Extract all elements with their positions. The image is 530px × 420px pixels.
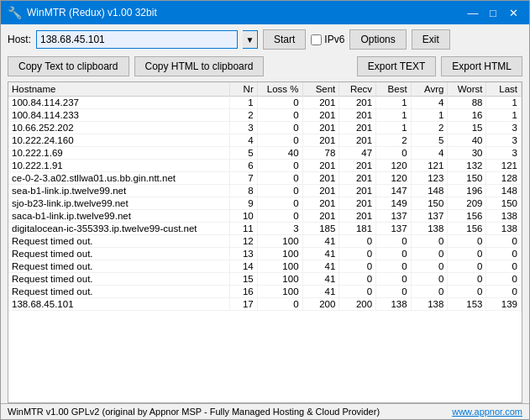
cell-11-6: 0 [411, 235, 448, 248]
cell-11-1: 12 [230, 235, 257, 248]
cell-8-3: 201 [302, 197, 339, 210]
cell-7-5: 147 [376, 185, 411, 197]
cell-1-7: 16 [448, 109, 486, 122]
cell-16-3: 200 [302, 298, 339, 311]
cell-15-2: 100 [257, 286, 302, 298]
cell-7-6: 148 [411, 185, 448, 197]
cell-15-8: 0 [486, 286, 522, 298]
cell-12-3: 41 [302, 248, 339, 260]
table-row: 10.66.252.2023020120112153 [8, 122, 522, 134]
cell-2-1: 3 [230, 122, 257, 134]
table-row: Request timed out.161004100000 [8, 286, 522, 298]
cell-13-4: 0 [339, 260, 376, 273]
cell-4-0: 10.222.1.69 [8, 147, 230, 160]
cell-1-4: 201 [339, 109, 376, 122]
cell-1-1: 2 [230, 109, 257, 122]
table-row: sjo-b23-link.ip.twelve99.net902012011491… [8, 197, 522, 210]
cell-3-4: 201 [339, 134, 376, 147]
cell-12-8: 0 [486, 248, 522, 260]
cell-4-5: 0 [376, 147, 411, 160]
cell-6-5: 120 [376, 172, 411, 185]
cell-2-5: 1 [376, 122, 411, 134]
table-row: Request timed out.131004100000 [8, 248, 522, 260]
cell-1-5: 1 [376, 109, 411, 122]
cell-15-5: 0 [376, 286, 411, 298]
cell-1-3: 201 [302, 109, 339, 122]
table-row: 10.222.1.9160201201120121132121 [8, 160, 522, 172]
status-bar: WinMTR v1.00 GPLv2 (original by Appnor M… [1, 403, 529, 419]
copy-html-button[interactable]: Copy HTML to clipboard [134, 56, 265, 76]
table-row: sea-b1-link.ip.twelve99.net8020120114714… [8, 185, 522, 197]
cell-14-7: 0 [448, 273, 486, 286]
cell-13-7: 0 [448, 260, 486, 273]
cell-11-8: 0 [486, 235, 522, 248]
cell-13-2: 100 [257, 260, 302, 273]
cell-2-3: 201 [302, 122, 339, 134]
cell-11-2: 100 [257, 235, 302, 248]
exit-button[interactable]: Exit [412, 29, 450, 50]
cell-10-0: digitalocean-ic-355393.ip.twelve99-cust.… [8, 223, 230, 235]
cell-11-0: Request timed out. [8, 235, 230, 248]
cell-7-1: 8 [230, 185, 257, 197]
cell-11-5: 0 [376, 235, 411, 248]
title-bar: 🔧 WinMTR (Redux) v1.00 32bit — □ ✕ [1, 1, 529, 24]
cell-7-8: 148 [486, 185, 522, 197]
table-row: 138.68.45.101170200200138138153139 [8, 298, 522, 311]
cell-14-2: 100 [257, 273, 302, 286]
cell-5-2: 0 [257, 160, 302, 172]
table-row: digitalocean-ic-355393.ip.twelve99-cust.… [8, 223, 522, 235]
minimize-button[interactable]: — [464, 4, 482, 21]
cell-2-4: 201 [339, 122, 376, 134]
cell-12-1: 13 [230, 248, 257, 260]
cell-8-8: 150 [486, 197, 522, 210]
cell-8-4: 201 [339, 197, 376, 210]
table-row: 100.84.114.2371020120114881 [8, 97, 522, 109]
cell-5-7: 132 [448, 160, 486, 172]
cell-9-5: 137 [376, 210, 411, 223]
export-html-button[interactable]: Export HTML [441, 56, 522, 76]
cell-1-2: 0 [257, 109, 302, 122]
main-window: 🔧 WinMTR (Redux) v1.00 32bit — □ ✕ Host:… [0, 0, 530, 420]
host-input[interactable] [36, 30, 238, 49]
cell-5-4: 201 [339, 160, 376, 172]
cell-2-7: 15 [448, 122, 486, 134]
cell-5-5: 120 [376, 160, 411, 172]
cell-7-4: 201 [339, 185, 376, 197]
cell-2-6: 2 [411, 122, 448, 134]
results-table: Hostname Nr Loss % Sent Recv Best Avrg W… [8, 82, 522, 311]
ipv6-checkbox-label[interactable]: IPv6 [311, 34, 344, 45]
cell-6-7: 150 [448, 172, 486, 185]
cell-12-0: Request timed out. [8, 248, 230, 260]
cell-0-8: 1 [486, 97, 522, 109]
table-row: Request timed out.141004100000 [8, 260, 522, 273]
cell-14-1: 15 [230, 273, 257, 286]
maximize-button[interactable]: □ [484, 4, 502, 21]
table-row: 10.222.24.1604020120125403 [8, 134, 522, 147]
cell-8-6: 150 [411, 197, 448, 210]
close-button[interactable]: ✕ [504, 4, 522, 21]
col-header-nr: Nr [230, 82, 257, 97]
start-button[interactable]: Start [263, 29, 306, 50]
ipv6-checkbox[interactable] [311, 34, 322, 45]
cell-13-5: 0 [376, 260, 411, 273]
cell-9-8: 138 [486, 210, 522, 223]
cell-12-4: 0 [339, 248, 376, 260]
export-text-button[interactable]: Export TEXT [357, 56, 436, 76]
copy-text-button[interactable]: Copy Text to clipboard [8, 56, 129, 76]
cell-3-7: 40 [448, 134, 486, 147]
col-header-worst: Worst [448, 82, 486, 97]
cell-1-6: 1 [411, 109, 448, 122]
cell-6-1: 7 [230, 172, 257, 185]
cell-12-5: 0 [376, 248, 411, 260]
host-dropdown[interactable]: ▼ [243, 30, 258, 49]
options-button[interactable]: Options [349, 29, 406, 50]
cell-14-0: Request timed out. [8, 273, 230, 286]
cell-5-0: 10.222.1.91 [8, 160, 230, 172]
cell-12-7: 0 [448, 248, 486, 260]
cell-6-0: ce-0-2-3.a02.stllwa01.us.bb.gin.ntt.net [8, 172, 230, 185]
cell-15-6: 0 [411, 286, 448, 298]
cell-8-7: 209 [448, 197, 486, 210]
appnor-link[interactable]: www.appnor.com [452, 407, 522, 417]
cell-7-2: 0 [257, 185, 302, 197]
cell-3-6: 5 [411, 134, 448, 147]
